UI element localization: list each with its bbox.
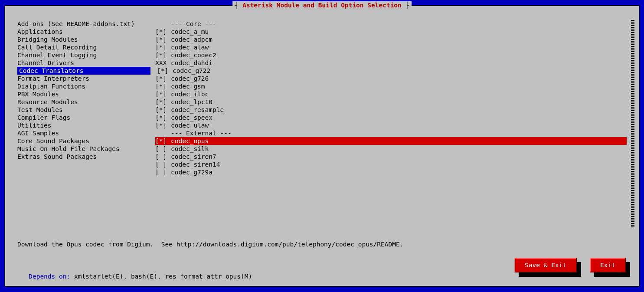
module-meta: Depends on: xmlstarlet(E), bash(E), res_… <box>17 257 252 292</box>
category-item[interactable]: Call Detail Recording <box>17 43 155 51</box>
module-checkbox[interactable]: [ ] <box>155 161 171 168</box>
save-exit-button[interactable]: Save & Exit <box>514 258 577 272</box>
category-item[interactable]: Channel Event Logging <box>17 51 155 59</box>
module-item[interactable]: codec_siren7 <box>171 153 627 161</box>
module-checkbox[interactable]: [*] <box>155 82 171 90</box>
category-item[interactable]: Music On Hold File Packages <box>17 145 155 153</box>
module-item[interactable]: codec_dahdi <box>171 59 627 67</box>
depends-on-label: Depends on: <box>17 273 70 280</box>
category-item[interactable]: Format Interpreters <box>17 75 155 82</box>
category-item[interactable]: Dialplan Functions <box>17 82 155 90</box>
category-item[interactable]: PBX Modules <box>17 90 155 98</box>
module-item[interactable]: codec_adpcm <box>171 36 627 43</box>
depends-on-value: xmlstarlet(E), bash(E), res_format_attr_… <box>70 273 252 280</box>
category-item[interactable]: Resource Modules <box>17 98 155 106</box>
category-item[interactable]: Core Sound Packages <box>17 137 155 145</box>
category-blank <box>17 168 155 176</box>
dialog-buttons: Save & Exit Exit <box>514 258 626 272</box>
module-item[interactable]: codec_opus <box>171 137 627 145</box>
category-item[interactable]: Test Modules <box>17 106 155 114</box>
module-checkbox[interactable]: [*] <box>155 98 171 106</box>
module-item[interactable]: codec_lpc10 <box>171 98 627 106</box>
module-checkbox[interactable]: [*] <box>157 67 173 75</box>
module-item[interactable]: codec_a_mu <box>171 28 627 36</box>
category-item[interactable]: Bridging Modules <box>17 36 155 43</box>
category-item[interactable]: Codec Translators <box>17 67 150 75</box>
module-checkbox[interactable]: [*] <box>155 51 171 59</box>
module-checkbox[interactable]: [*] <box>155 36 171 43</box>
module-checkbox[interactable]: [*] <box>155 121 171 129</box>
module-item[interactable]: codec_g722 <box>173 67 627 75</box>
module-checkbox[interactable]: [*] <box>155 43 171 51</box>
category-item[interactable]: Channel Drivers <box>17 59 155 67</box>
category-item[interactable]: Add-ons (See README-addons.txt) <box>17 20 155 28</box>
module-item[interactable]: codec_ilbc <box>171 90 627 98</box>
category-item[interactable]: Applications <box>17 28 155 36</box>
module-item[interactable]: codec_silk <box>171 145 627 153</box>
scroll-indicator <box>631 20 634 228</box>
module-checkbox[interactable]: [ ] <box>155 153 171 161</box>
module-checkbox[interactable]: [*] <box>155 90 171 98</box>
module-checkbox[interactable]: XXX <box>155 59 171 67</box>
module-section-header: --- Core --- <box>171 20 627 28</box>
module-item[interactable]: codec_speex <box>171 114 627 121</box>
save-exit-button-wrap: Save & Exit <box>514 258 577 272</box>
menuselect-dialog: ┤ Asterisk Module and Build Option Selec… <box>4 5 640 287</box>
module-item[interactable]: codec_ulaw <box>171 121 627 129</box>
category-item[interactable]: Extras Sound Packages <box>17 153 155 161</box>
category-item[interactable]: AGI Samples <box>17 129 155 137</box>
module-description: Download the Opus codec from Digium. See… <box>17 240 627 248</box>
dialog-title: ┤ Asterisk Module and Build Option Selec… <box>232 1 412 9</box>
module-checkbox[interactable]: [*] <box>155 114 171 121</box>
module-item[interactable]: codec_g726 <box>171 75 627 82</box>
module-checkbox[interactable]: [*] <box>155 75 171 82</box>
category-item[interactable]: Compiler Flags <box>17 114 155 121</box>
menu-content: Add-ons (See README-addons.txt)--- Core … <box>17 20 627 176</box>
terminal-screen: ┤ Asterisk Module and Build Option Selec… <box>0 0 644 292</box>
module-checkbox[interactable]: [ ] <box>155 168 171 176</box>
module-item[interactable]: codec_gsm <box>171 82 627 90</box>
module-checkbox <box>155 20 171 28</box>
exit-button-wrap: Exit <box>590 258 626 272</box>
category-blank <box>17 161 155 168</box>
module-checkbox <box>155 129 171 137</box>
exit-button[interactable]: Exit <box>590 258 626 272</box>
module-checkbox[interactable]: [*] <box>155 137 171 145</box>
module-item[interactable]: codec_siren14 <box>171 161 627 168</box>
module-item[interactable]: codec_alaw <box>171 43 627 51</box>
module-item[interactable]: codec_resample <box>171 106 627 114</box>
module-checkbox[interactable]: [ ] <box>155 145 171 153</box>
module-item[interactable]: codec_codec2 <box>171 51 627 59</box>
module-section-header: --- External --- <box>171 129 627 137</box>
module-item[interactable]: codec_g729a <box>171 168 627 176</box>
category-item[interactable]: Utilities <box>17 121 155 129</box>
module-checkbox[interactable]: [*] <box>155 28 171 36</box>
module-checkbox[interactable]: [*] <box>155 106 171 114</box>
